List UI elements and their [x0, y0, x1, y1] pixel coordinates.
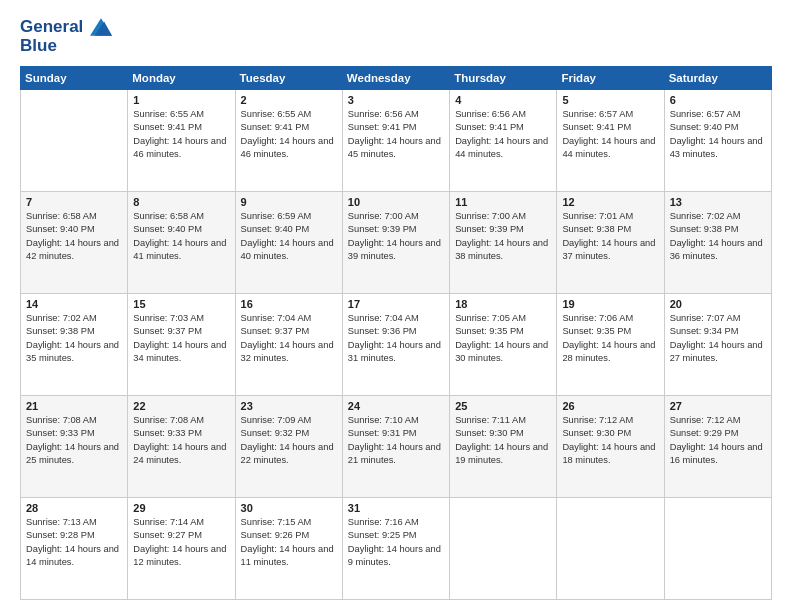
calendar-cell: 4Sunrise: 6:56 AMSunset: 9:41 PMDaylight…: [450, 90, 557, 192]
day-number: 9: [241, 196, 337, 208]
day-number: 3: [348, 94, 444, 106]
day-info: Sunrise: 7:07 AMSunset: 9:34 PMDaylight:…: [670, 312, 766, 366]
day-info: Sunrise: 6:55 AMSunset: 9:41 PMDaylight:…: [241, 108, 337, 162]
calendar-week-3: 21Sunrise: 7:08 AMSunset: 9:33 PMDayligh…: [21, 396, 772, 498]
day-number: 20: [670, 298, 766, 310]
calendar-cell: 31Sunrise: 7:16 AMSunset: 9:25 PMDayligh…: [342, 498, 449, 600]
day-number: 5: [562, 94, 658, 106]
calendar-week-0: 1Sunrise: 6:55 AMSunset: 9:41 PMDaylight…: [21, 90, 772, 192]
calendar-cell: 19Sunrise: 7:06 AMSunset: 9:35 PMDayligh…: [557, 294, 664, 396]
day-number: 4: [455, 94, 551, 106]
calendar-cell: [557, 498, 664, 600]
calendar-cell: 15Sunrise: 7:03 AMSunset: 9:37 PMDayligh…: [128, 294, 235, 396]
day-info: Sunrise: 6:57 AMSunset: 9:40 PMDaylight:…: [670, 108, 766, 162]
day-number: 2: [241, 94, 337, 106]
calendar-cell: 26Sunrise: 7:12 AMSunset: 9:30 PMDayligh…: [557, 396, 664, 498]
calendar-cell: 21Sunrise: 7:08 AMSunset: 9:33 PMDayligh…: [21, 396, 128, 498]
day-info: Sunrise: 7:04 AMSunset: 9:37 PMDaylight:…: [241, 312, 337, 366]
logo: General Blue: [20, 16, 112, 56]
day-info: Sunrise: 6:58 AMSunset: 9:40 PMDaylight:…: [26, 210, 122, 264]
day-number: 1: [133, 94, 229, 106]
day-info: Sunrise: 7:10 AMSunset: 9:31 PMDaylight:…: [348, 414, 444, 468]
day-info: Sunrise: 7:14 AMSunset: 9:27 PMDaylight:…: [133, 516, 229, 570]
day-number: 26: [562, 400, 658, 412]
day-number: 8: [133, 196, 229, 208]
calendar-cell: 9Sunrise: 6:59 AMSunset: 9:40 PMDaylight…: [235, 192, 342, 294]
day-number: 23: [241, 400, 337, 412]
day-number: 30: [241, 502, 337, 514]
day-number: 19: [562, 298, 658, 310]
day-info: Sunrise: 6:55 AMSunset: 9:41 PMDaylight:…: [133, 108, 229, 162]
calendar-cell: 12Sunrise: 7:01 AMSunset: 9:38 PMDayligh…: [557, 192, 664, 294]
day-info: Sunrise: 6:57 AMSunset: 9:41 PMDaylight:…: [562, 108, 658, 162]
calendar-cell: 1Sunrise: 6:55 AMSunset: 9:41 PMDaylight…: [128, 90, 235, 192]
day-number: 21: [26, 400, 122, 412]
day-number: 24: [348, 400, 444, 412]
calendar-cell: [21, 90, 128, 192]
calendar-cell: 27Sunrise: 7:12 AMSunset: 9:29 PMDayligh…: [664, 396, 771, 498]
day-number: 12: [562, 196, 658, 208]
day-info: Sunrise: 7:06 AMSunset: 9:35 PMDaylight:…: [562, 312, 658, 366]
day-number: 6: [670, 94, 766, 106]
day-number: 14: [26, 298, 122, 310]
day-info: Sunrise: 7:16 AMSunset: 9:25 PMDaylight:…: [348, 516, 444, 570]
calendar-cell: 10Sunrise: 7:00 AMSunset: 9:39 PMDayligh…: [342, 192, 449, 294]
calendar-cell: 3Sunrise: 6:56 AMSunset: 9:41 PMDaylight…: [342, 90, 449, 192]
calendar-cell: 8Sunrise: 6:58 AMSunset: 9:40 PMDaylight…: [128, 192, 235, 294]
calendar-cell: 28Sunrise: 7:13 AMSunset: 9:28 PMDayligh…: [21, 498, 128, 600]
page: General Blue SundayMondayTuesdayWednesda…: [0, 0, 792, 612]
calendar-cell: 14Sunrise: 7:02 AMSunset: 9:38 PMDayligh…: [21, 294, 128, 396]
day-info: Sunrise: 7:12 AMSunset: 9:29 PMDaylight:…: [670, 414, 766, 468]
day-info: Sunrise: 7:00 AMSunset: 9:39 PMDaylight:…: [348, 210, 444, 264]
calendar-week-4: 28Sunrise: 7:13 AMSunset: 9:28 PMDayligh…: [21, 498, 772, 600]
calendar-cell: [450, 498, 557, 600]
calendar-cell: 24Sunrise: 7:10 AMSunset: 9:31 PMDayligh…: [342, 396, 449, 498]
day-info: Sunrise: 7:08 AMSunset: 9:33 PMDaylight:…: [26, 414, 122, 468]
calendar-cell: [664, 498, 771, 600]
day-info: Sunrise: 7:08 AMSunset: 9:33 PMDaylight:…: [133, 414, 229, 468]
col-header-tuesday: Tuesday: [235, 67, 342, 90]
col-header-thursday: Thursday: [450, 67, 557, 90]
calendar-cell: 18Sunrise: 7:05 AMSunset: 9:35 PMDayligh…: [450, 294, 557, 396]
calendar-cell: 25Sunrise: 7:11 AMSunset: 9:30 PMDayligh…: [450, 396, 557, 498]
calendar-table: SundayMondayTuesdayWednesdayThursdayFrid…: [20, 66, 772, 600]
day-number: 18: [455, 298, 551, 310]
calendar-cell: 6Sunrise: 6:57 AMSunset: 9:40 PMDaylight…: [664, 90, 771, 192]
calendar-cell: 30Sunrise: 7:15 AMSunset: 9:26 PMDayligh…: [235, 498, 342, 600]
day-info: Sunrise: 7:04 AMSunset: 9:36 PMDaylight:…: [348, 312, 444, 366]
day-number: 27: [670, 400, 766, 412]
logo-blue: Blue: [20, 36, 112, 56]
calendar-cell: 22Sunrise: 7:08 AMSunset: 9:33 PMDayligh…: [128, 396, 235, 498]
day-number: 11: [455, 196, 551, 208]
calendar-cell: 20Sunrise: 7:07 AMSunset: 9:34 PMDayligh…: [664, 294, 771, 396]
calendar-cell: 29Sunrise: 7:14 AMSunset: 9:27 PMDayligh…: [128, 498, 235, 600]
day-info: Sunrise: 7:05 AMSunset: 9:35 PMDaylight:…: [455, 312, 551, 366]
day-info: Sunrise: 7:11 AMSunset: 9:30 PMDaylight:…: [455, 414, 551, 468]
day-number: 13: [670, 196, 766, 208]
day-info: Sunrise: 6:59 AMSunset: 9:40 PMDaylight:…: [241, 210, 337, 264]
day-number: 16: [241, 298, 337, 310]
day-number: 29: [133, 502, 229, 514]
day-number: 31: [348, 502, 444, 514]
header: General Blue: [20, 16, 772, 56]
day-number: 10: [348, 196, 444, 208]
day-info: Sunrise: 7:00 AMSunset: 9:39 PMDaylight:…: [455, 210, 551, 264]
day-number: 17: [348, 298, 444, 310]
calendar-cell: 16Sunrise: 7:04 AMSunset: 9:37 PMDayligh…: [235, 294, 342, 396]
day-info: Sunrise: 7:03 AMSunset: 9:37 PMDaylight:…: [133, 312, 229, 366]
day-number: 15: [133, 298, 229, 310]
day-info: Sunrise: 7:13 AMSunset: 9:28 PMDaylight:…: [26, 516, 122, 570]
day-info: Sunrise: 6:56 AMSunset: 9:41 PMDaylight:…: [348, 108, 444, 162]
calendar-cell: 2Sunrise: 6:55 AMSunset: 9:41 PMDaylight…: [235, 90, 342, 192]
calendar-week-1: 7Sunrise: 6:58 AMSunset: 9:40 PMDaylight…: [21, 192, 772, 294]
day-info: Sunrise: 7:02 AMSunset: 9:38 PMDaylight:…: [670, 210, 766, 264]
day-number: 28: [26, 502, 122, 514]
col-header-friday: Friday: [557, 67, 664, 90]
day-number: 22: [133, 400, 229, 412]
calendar-cell: 11Sunrise: 7:00 AMSunset: 9:39 PMDayligh…: [450, 192, 557, 294]
col-header-saturday: Saturday: [664, 67, 771, 90]
day-number: 25: [455, 400, 551, 412]
calendar-cell: 5Sunrise: 6:57 AMSunset: 9:41 PMDaylight…: [557, 90, 664, 192]
calendar-cell: 17Sunrise: 7:04 AMSunset: 9:36 PMDayligh…: [342, 294, 449, 396]
calendar-cell: 23Sunrise: 7:09 AMSunset: 9:32 PMDayligh…: [235, 396, 342, 498]
